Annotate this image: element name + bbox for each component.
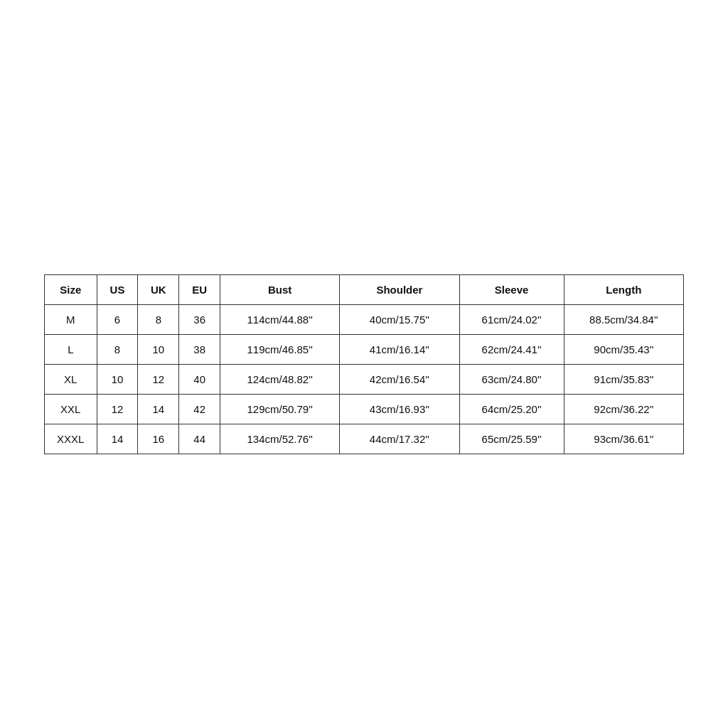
header-length: Length [564,274,683,304]
cell-length: 93cm/36.61'' [564,424,683,454]
cell-length: 88.5cm/34.84'' [564,304,683,334]
cell-us: 6 [97,304,138,334]
cell-us: 8 [97,334,138,364]
cell-us: 14 [97,424,138,454]
cell-us: 12 [97,394,138,424]
cell-us: 10 [97,364,138,394]
cell-bust: 134cm/52.76'' [220,424,340,454]
cell-shoulder: 43cm/16.93'' [340,394,459,424]
cell-bust: 129cm/50.79'' [220,394,340,424]
cell-sleeve: 64cm/25.20'' [459,394,564,424]
header-bust: Bust [220,274,340,304]
cell-bust: 114cm/44.88'' [220,304,340,334]
cell-eu: 36 [179,304,220,334]
cell-size: XL [45,364,97,394]
cell-sleeve: 63cm/24.80'' [459,364,564,394]
cell-size: L [45,334,97,364]
cell-size: XXL [45,394,97,424]
size-chart-container: Size US UK EU Bust Shoulder Sleeve Lengt… [44,274,684,454]
cell-uk: 12 [138,364,179,394]
table-row: XL101240124cm/48.82''42cm/16.54''63cm/24… [45,364,684,394]
cell-bust: 119cm/46.85'' [220,334,340,364]
header-sleeve: Sleeve [459,274,564,304]
cell-length: 92cm/36.22'' [564,394,683,424]
size-chart-table: Size US UK EU Bust Shoulder Sleeve Lengt… [44,274,684,454]
cell-sleeve: 61cm/24.02'' [459,304,564,334]
header-uk: UK [138,274,179,304]
cell-shoulder: 40cm/15.75'' [340,304,459,334]
cell-eu: 42 [179,394,220,424]
cell-bust: 124cm/48.82'' [220,364,340,394]
table-row: XXL121442129cm/50.79''43cm/16.93''64cm/2… [45,394,684,424]
cell-sleeve: 65cm/25.59'' [459,424,564,454]
cell-uk: 8 [138,304,179,334]
header-size: Size [45,274,97,304]
table-row: M6836114cm/44.88''40cm/15.75''61cm/24.02… [45,304,684,334]
table-row: L81038119cm/46.85''41cm/16.14''62cm/24.4… [45,334,684,364]
cell-eu: 40 [179,364,220,394]
table-row: XXXL141644134cm/52.76''44cm/17.32''65cm/… [45,424,684,454]
header-eu: EU [179,274,220,304]
table-header-row: Size US UK EU Bust Shoulder Sleeve Lengt… [45,274,684,304]
cell-length: 90cm/35.43'' [564,334,683,364]
cell-eu: 38 [179,334,220,364]
cell-shoulder: 41cm/16.14'' [340,334,459,364]
cell-uk: 14 [138,394,179,424]
cell-sleeve: 62cm/24.41'' [459,334,564,364]
cell-shoulder: 44cm/17.32'' [340,424,459,454]
header-shoulder: Shoulder [340,274,459,304]
cell-size: XXXL [45,424,97,454]
header-us: US [97,274,138,304]
cell-shoulder: 42cm/16.54'' [340,364,459,394]
cell-size: M [45,304,97,334]
cell-length: 91cm/35.83'' [564,364,683,394]
cell-uk: 10 [138,334,179,364]
cell-eu: 44 [179,424,220,454]
cell-uk: 16 [138,424,179,454]
